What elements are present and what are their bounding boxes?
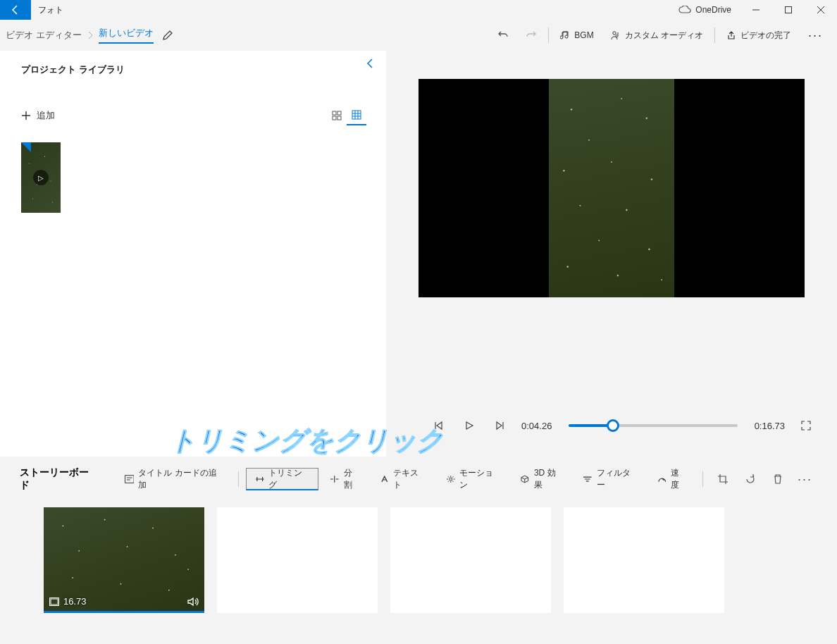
svg-point-8	[450, 478, 452, 481]
finish-video-button[interactable]: ビデオの完了	[718, 24, 800, 47]
seek-thumb[interactable]	[607, 419, 619, 432]
custom-audio-button[interactable]: カスタム オーディオ	[602, 24, 712, 47]
add-label: 追加	[37, 109, 55, 122]
split-icon	[330, 475, 340, 483]
audio-icon[interactable]	[187, 597, 199, 607]
motion-icon	[446, 475, 456, 483]
filter-icon	[583, 475, 593, 483]
undo-icon	[497, 30, 509, 41]
speed-icon	[657, 475, 667, 483]
bgm-label: BGM	[574, 30, 593, 40]
back-button[interactable]	[0, 0, 31, 20]
clip-thumbnail	[44, 507, 204, 611]
breadcrumb-root[interactable]: ビデオ エディター	[6, 29, 82, 42]
library-toolbar: 追加	[21, 106, 366, 125]
cube-icon	[520, 475, 530, 483]
trim-icon	[255, 475, 265, 483]
current-time: 0:04.26	[521, 421, 552, 431]
breadcrumb: ビデオ エディター 新しいビデオ	[6, 27, 154, 44]
library-collapse-button[interactable]	[366, 58, 373, 69]
library-title: プロジェクト ライブラリ	[21, 63, 366, 76]
crop-button[interactable]	[710, 468, 735, 490]
project-library: プロジェクト ライブラリ 追加 ▷	[0, 51, 386, 457]
svg-rect-6	[352, 111, 361, 119]
storyboard-toolbar: ストーリーボード タイトル カードの追加 トリミング 分割 テキスト モーション…	[0, 462, 837, 496]
storyboard-empty-slot[interactable]	[390, 507, 551, 613]
trim-button[interactable]: トリミング	[246, 468, 319, 490]
svg-rect-2	[333, 111, 336, 115]
bgm-button[interactable]: BGM	[552, 24, 602, 47]
storyboard-title: ストーリーボード	[20, 466, 97, 492]
total-time: 0:16.73	[755, 421, 785, 431]
speed-button[interactable]: 速度	[649, 468, 696, 490]
onedrive-status[interactable]: OneDrive	[678, 5, 731, 15]
play-button[interactable]	[459, 416, 479, 435]
view-small-button[interactable]	[327, 106, 347, 125]
redo-icon	[526, 30, 537, 41]
seek-track[interactable]	[569, 424, 737, 427]
storyboard-more-button[interactable]: ···	[793, 468, 817, 490]
close-icon	[817, 6, 824, 13]
speed-label: 速度	[671, 467, 687, 491]
svg-rect-10	[51, 599, 58, 605]
fullscreen-icon	[801, 421, 811, 431]
rename-button[interactable]	[162, 30, 173, 41]
rotate-button[interactable]	[738, 468, 762, 490]
grid-small-icon	[332, 111, 342, 120]
split-label: 分割	[344, 467, 360, 491]
split-button[interactable]: 分割	[321, 468, 368, 490]
text-button[interactable]: テキスト	[371, 468, 435, 490]
finish-label: ビデオの完了	[740, 30, 791, 42]
storyboard-empty-slot[interactable]	[217, 507, 378, 613]
library-thumbnails: ▷	[21, 142, 366, 213]
minimize-button[interactable]	[740, 0, 772, 20]
cloud-icon	[678, 6, 691, 14]
onedrive-label: OneDrive	[695, 5, 731, 15]
pencil-icon	[162, 30, 173, 41]
close-button[interactable]	[805, 0, 837, 20]
3d-effects-label: 3D 効果	[534, 467, 563, 491]
play-icon	[464, 421, 474, 431]
fullscreen-button[interactable]	[796, 416, 816, 435]
storyboard-empty-slot[interactable]	[564, 507, 724, 613]
add-title-card-button[interactable]: タイトル カードの追加	[116, 468, 231, 490]
storyboard-clips: 16.73	[0, 507, 837, 613]
storyboard-clip[interactable]: 16.73	[44, 507, 204, 613]
video-preview[interactable]	[418, 79, 805, 297]
main-area: プロジェクト ライブラリ 追加 ▷	[0, 51, 837, 457]
undo-button[interactable]	[489, 24, 517, 47]
text-icon	[380, 475, 390, 483]
view-large-button[interactable]	[347, 106, 366, 125]
3d-effects-button[interactable]: 3D 効果	[512, 468, 571, 490]
svg-rect-4	[333, 116, 336, 120]
next-frame-button[interactable]	[490, 416, 510, 435]
custom-audio-label: カスタム オーディオ	[625, 30, 703, 42]
svg-rect-5	[337, 116, 341, 120]
maximize-button[interactable]	[772, 0, 805, 20]
svg-rect-0	[786, 7, 792, 13]
title-card-icon	[125, 475, 135, 483]
arrow-left-icon	[10, 4, 21, 16]
svg-point-1	[612, 32, 615, 35]
crop-icon	[717, 473, 728, 485]
person-music-icon	[611, 30, 621, 40]
add-media-button[interactable]: 追加	[21, 109, 55, 122]
breadcrumb-current[interactable]: 新しいビデオ	[99, 27, 154, 44]
library-clip-thumbnail[interactable]: ▷	[21, 142, 61, 213]
step-fwd-icon	[495, 421, 505, 431]
delete-button[interactable]	[765, 468, 790, 490]
title-bar: フォト OneDrive	[0, 0, 837, 20]
redo-button[interactable]	[517, 24, 545, 47]
svg-rect-3	[337, 111, 341, 115]
more-button[interactable]: ···	[800, 28, 831, 43]
clip-info: 16.73	[49, 596, 199, 607]
export-icon	[726, 30, 736, 40]
motion-button[interactable]: モーション	[438, 468, 509, 490]
svg-rect-7	[125, 476, 134, 483]
filter-button[interactable]: フィルター	[574, 468, 646, 490]
annotation-text: トリミングをクリック	[169, 423, 444, 459]
rotate-icon	[745, 473, 756, 485]
grid-large-icon	[352, 110, 361, 120]
motion-label: モーション	[459, 467, 500, 491]
trim-label: トリミング	[268, 467, 309, 491]
